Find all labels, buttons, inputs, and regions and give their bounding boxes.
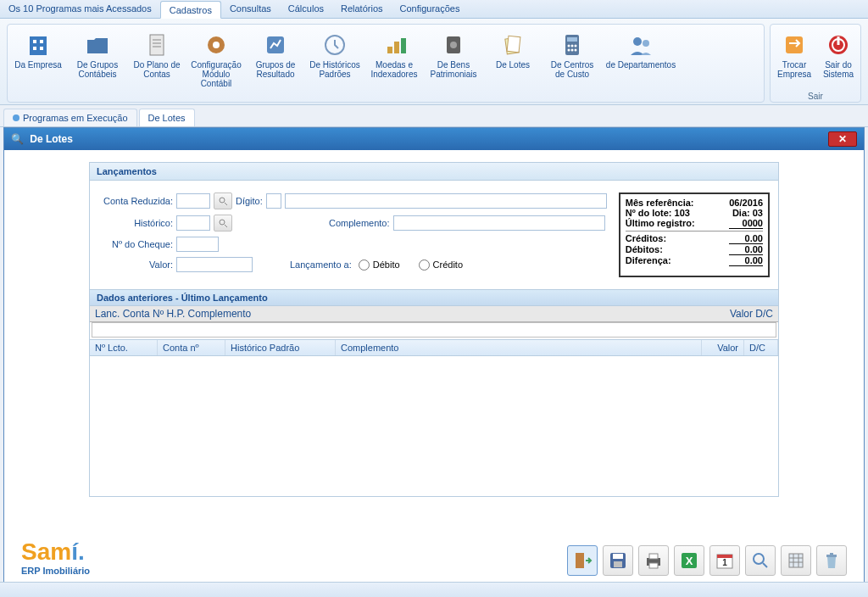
tool-grid[interactable]: [781, 545, 811, 576]
svg-rect-19: [507, 36, 520, 52]
chart-icon: [262, 31, 289, 59]
menu-item[interactable]: Cadastros: [160, 1, 221, 19]
svg-rect-40: [613, 554, 623, 559]
svg-line-51: [763, 563, 767, 567]
svg-rect-2: [40, 40, 43, 43]
label-cheque: Nº do Cheque:: [98, 239, 173, 249]
radio-credito[interactable]: [419, 259, 430, 271]
grid-col[interactable]: D/C: [744, 340, 778, 355]
svg-rect-4: [40, 47, 43, 50]
grid-col[interactable]: Conta nº: [158, 340, 225, 355]
swap-icon: [781, 31, 808, 59]
ribbon-btn-trocar-empresa[interactable]: Trocar Empresa: [772, 28, 816, 90]
menu-item[interactable]: Cálculos: [280, 0, 332, 18]
svg-point-17: [450, 42, 457, 48]
svg-point-29: [643, 40, 649, 47]
svg-point-27: [575, 49, 577, 52]
tab-programas[interactable]: Programas em Execução: [3, 109, 137, 126]
svg-rect-14: [394, 42, 399, 53]
tool-trash[interactable]: [816, 545, 847, 576]
ribbon-btn-plano-contas[interactable]: Do Plano de Contas: [128, 28, 186, 90]
svg-rect-3: [33, 47, 36, 50]
close-button[interactable]: ✕: [828, 131, 857, 147]
ribbon-btn-da-empresa[interactable]: Da Empresa: [9, 28, 67, 90]
svg-rect-5: [150, 35, 164, 55]
svg-rect-57: [826, 555, 837, 557]
power-icon: [825, 31, 852, 59]
svg-rect-44: [649, 563, 658, 568]
label-historico: Histórico:: [98, 218, 173, 228]
tab-de-lotes[interactable]: De Lotes: [139, 109, 195, 126]
search-icon: [218, 218, 228, 228]
radio-debito[interactable]: [359, 259, 370, 271]
input-historico[interactable]: [176, 215, 210, 231]
svg-rect-58: [830, 553, 833, 555]
svg-rect-13: [387, 47, 392, 53]
input-cheque[interactable]: [176, 237, 219, 252]
ribbon-btn-grupos-resultado[interactable]: Grupos de Resultado: [247, 28, 304, 90]
tab-marker-icon: [13, 114, 19, 121]
ribbon-btn-config-modulo[interactable]: Configuração Módulo Contábil: [187, 28, 245, 90]
ribbon-group-sair: Trocar Empresa Sair do Sistema Sair: [770, 24, 861, 103]
menu-item[interactable]: Consultas: [221, 0, 280, 18]
input-conta-desc[interactable]: [285, 193, 607, 209]
door-exit-icon: [572, 550, 593, 571]
save-icon: [608, 550, 628, 571]
menu-bar: Os 10 Programas mais Acessados Cadastros…: [0, 0, 868, 19]
tool-print[interactable]: [638, 545, 669, 576]
svg-rect-38: [576, 553, 584, 568]
trash-icon: [821, 550, 842, 571]
print-icon: [643, 550, 664, 571]
svg-text:1: 1: [722, 558, 727, 567]
label-lancamento-a: Lançamento a:: [290, 259, 352, 270]
svg-rect-15: [401, 38, 406, 53]
ribbon-btn-bens[interactable]: De Bens Patrimoniais: [425, 28, 482, 90]
document-icon: [143, 31, 170, 59]
tool-exit[interactable]: [567, 545, 598, 576]
menu-item[interactable]: Os 10 Programas mais Acessados: [0, 0, 160, 18]
svg-rect-0: [30, 36, 47, 55]
svg-line-37: [225, 225, 227, 227]
status-bar: [0, 582, 868, 597]
window-titlebar: 🔍 De Lotes ✕: [4, 128, 864, 150]
grid-col[interactable]: Histórico Padrão: [225, 340, 336, 355]
label-conta-reduzida: Conta Reduzida:: [98, 196, 173, 206]
panel-lancamentos: Lançamentos Conta Reduzida: Dígito: Hist…: [89, 162, 779, 497]
ribbon-btn-historicos[interactable]: De Históricos Padrões: [306, 28, 364, 90]
svg-point-24: [575, 45, 577, 47]
tool-search[interactable]: [745, 545, 776, 576]
ribbon-btn-de-lotes[interactable]: De Lotes: [484, 28, 542, 90]
input-conta-reduzida[interactable]: [176, 193, 210, 209]
ribbon-btn-grupos-contabeis[interactable]: De Grupos Contábeis: [69, 28, 126, 90]
bottom-toolbar: X 1: [567, 545, 847, 576]
lookup-historico-button[interactable]: [214, 215, 232, 232]
tool-excel[interactable]: X: [674, 545, 704, 576]
input-digito[interactable]: [266, 193, 281, 209]
grid-col[interactable]: Nº Lcto.: [90, 340, 158, 355]
ribbon-btn-departamentos[interactable]: de Departamentos: [603, 28, 679, 90]
info-box: Mês referência:06/2016 Nº do lote: 103Di…: [619, 192, 770, 277]
ribbon-btn-centros-custo[interactable]: De Centros de Custo: [543, 28, 601, 90]
group-label: Sair: [771, 92, 860, 101]
svg-text:X: X: [686, 555, 693, 567]
grid-body[interactable]: [90, 356, 778, 496]
svg-point-50: [754, 554, 764, 564]
lookup-conta-button[interactable]: [214, 192, 232, 209]
input-complemento[interactable]: [393, 215, 605, 231]
menu-item[interactable]: Relatórios: [332, 0, 392, 18]
mono-row: [92, 322, 776, 338]
tool-calendar[interactable]: 1: [709, 545, 740, 576]
grid-icon: [786, 550, 806, 571]
grid-col[interactable]: Valor: [702, 340, 744, 355]
history-icon: [321, 31, 348, 59]
ribbon-btn-sair[interactable]: Sair do Sistema: [818, 28, 859, 90]
safe-icon: [440, 31, 467, 59]
input-valor[interactable]: [176, 257, 253, 272]
grid-col[interactable]: Complemento: [336, 340, 702, 355]
open-tabs: Programas em Execução De Lotes: [0, 105, 868, 127]
tool-save[interactable]: [603, 545, 633, 576]
search-icon: [750, 550, 771, 571]
building-icon: [25, 31, 52, 59]
ribbon-btn-moedas[interactable]: Moedas e Indexadores: [365, 28, 423, 90]
menu-item[interactable]: Configurações: [392, 0, 469, 18]
